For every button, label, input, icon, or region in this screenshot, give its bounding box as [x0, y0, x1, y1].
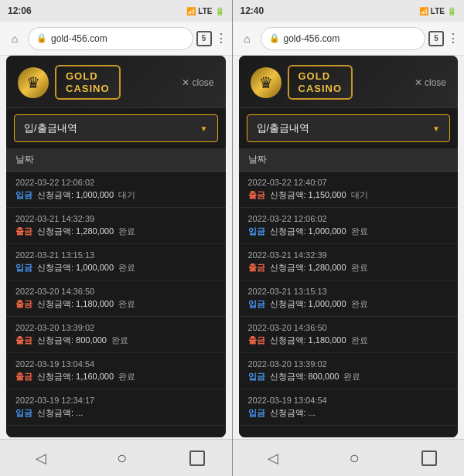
- bottom-navigation: ◁ ○: [0, 439, 232, 476]
- status-bar: 12:40 📶 LTE 🔋: [233, 0, 465, 22]
- casino-logo: ♛ GOLD CASINO: [251, 65, 353, 100]
- transaction-status: 대기: [351, 189, 368, 201]
- casino-name-line2: CASINO: [299, 83, 343, 95]
- transaction-status: 완료: [118, 371, 135, 382]
- transaction-detail: 입금 신청금액: 1,000,000 완료: [15, 262, 217, 274]
- transaction-detail: 출금 신청금액: 1,280,000 완료: [248, 262, 449, 274]
- transaction-amount: 신청금액: 1,150,000: [270, 189, 346, 201]
- transaction-amount: 신청금액: 800,000: [270, 371, 339, 382]
- transaction-amount: 신청금액: 1,180,000: [270, 335, 346, 346]
- transaction-date: 2022-03-21 14:32:39: [248, 250, 449, 260]
- transaction-type-dropdown[interactable]: 입/출금내역 ▼: [14, 114, 218, 142]
- transaction-detail: 출금 신청금액: 1,180,000 완료: [15, 298, 217, 310]
- table-row: 2022-03-20 14:36:50 출금 신청금액: 1,180,000 완…: [239, 317, 459, 353]
- transaction-detail: 입금 신청금액: 1,000,000 대기: [15, 189, 217, 201]
- crown-icon: ♛: [259, 73, 273, 92]
- casino-name-line2: CASINO: [66, 83, 110, 95]
- signal-label: LTE: [431, 7, 445, 15]
- modal-header: ♛ GOLD CASINO ✕ close: [239, 56, 459, 108]
- casino-name-line1: GOLD: [66, 70, 110, 83]
- table-header: 날짜: [6, 148, 226, 172]
- transaction-type: 출금: [248, 335, 265, 346]
- tab-count-badge[interactable]: 5: [196, 31, 212, 46]
- nav-back-button[interactable]: ◁: [259, 444, 287, 472]
- bottom-navigation: ◁ ○: [233, 439, 465, 476]
- transaction-type: 입금: [15, 407, 32, 419]
- transaction-status: 완료: [118, 298, 135, 310]
- transaction-date: 2022-03-20 14:36:50: [15, 287, 217, 296]
- signal-label: LTE: [198, 7, 212, 15]
- browser-bar: ⌂ 🔒 gold-456.com 5 ⋮: [0, 22, 232, 56]
- transaction-amount: 신청금액: 800,000: [37, 335, 107, 346]
- transaction-type: 출금: [248, 262, 265, 274]
- table-row: 2022-03-21 14:32:39 출금 신청금액: 1,280,000 완…: [239, 244, 459, 280]
- table-row: 2022-03-20 13:39:02 출금 신청금액: 800,000 완료: [6, 317, 226, 353]
- transaction-type-dropdown[interactable]: 입/출금내역 ▼: [247, 114, 451, 142]
- browser-menu-button[interactable]: ⋮: [447, 31, 459, 46]
- transaction-status: 완료: [351, 262, 368, 274]
- modal-close-button[interactable]: ✕ close: [415, 77, 446, 88]
- transaction-amount: 신청금액: 1,000,000: [37, 189, 114, 201]
- crown-badge: ♛: [251, 67, 281, 98]
- transaction-status: 완료: [118, 262, 135, 274]
- browser-bar: ⌂ 🔒 gold-456.com 5 ⋮: [233, 22, 465, 56]
- nav-back-button[interactable]: ◁: [27, 444, 55, 472]
- signal-icon: 📶: [186, 7, 196, 15]
- url-bar[interactable]: 🔒 gold-456.com: [28, 27, 193, 50]
- transactions-list: 2022-03-22 12:06:02 입금 신청금액: 1,000,000 대…: [6, 172, 226, 437]
- transaction-amount: 신청금액: ...: [37, 407, 83, 419]
- transaction-type: 입금: [248, 407, 265, 419]
- nav-recents-button[interactable]: [189, 450, 205, 466]
- lock-icon: 🔒: [269, 33, 280, 43]
- transaction-status: 대기: [118, 189, 135, 201]
- home-icon[interactable]: ⌂: [237, 29, 258, 49]
- transaction-detail: 출금 신청금액: 800,000 완료: [15, 335, 217, 346]
- table-header: 날짜: [239, 148, 459, 172]
- transaction-date: 2022-03-20 13:39:02: [248, 359, 449, 369]
- status-time: 12:40: [241, 5, 264, 16]
- tab-count-badge[interactable]: 5: [428, 31, 444, 46]
- phone-panel-left: 12:06 📶 LTE 🔋 ⌂ 🔒 gold-456.com 5 ⋮ ♛ GOL…: [0, 0, 232, 476]
- transaction-amount: 신청금액: 1,280,000: [270, 262, 346, 274]
- transaction-detail: 입금 신청금액: 1,000,000 완료: [248, 226, 449, 237]
- url-bar[interactable]: 🔒 gold-456.com: [261, 27, 426, 50]
- transaction-date: 2022-03-21 13:15:13: [248, 287, 449, 296]
- transaction-amount: 신청금액: 1,000,000: [37, 262, 114, 274]
- casino-modal: ♛ GOLD CASINO ✕ close 입/출금내역 ▼ 날짜 2022-0…: [239, 56, 459, 437]
- transaction-date: 2022-03-20 13:39:02: [15, 323, 217, 332]
- crown-badge: ♛: [18, 67, 49, 98]
- status-icons: 📶 LTE 🔋: [419, 7, 456, 15]
- transaction-date: 2022-03-22 12:06:02: [248, 214, 449, 223]
- phone-panel-right: 12:40 📶 LTE 🔋 ⌂ 🔒 gold-456.com 5 ⋮ ♛ GOL…: [233, 0, 465, 476]
- transaction-amount: 신청금액: ...: [270, 407, 316, 419]
- chevron-down-icon: ▼: [432, 124, 440, 133]
- nav-home-button[interactable]: ○: [340, 444, 368, 472]
- dropdown-section: 입/출금내역 ▼: [6, 108, 226, 148]
- transaction-type: 입금: [15, 189, 32, 201]
- home-icon[interactable]: ⌂: [5, 29, 25, 49]
- transaction-status: 완료: [351, 298, 368, 310]
- transaction-detail: 입금 신청금액: 800,000 완료: [248, 371, 449, 382]
- nav-home-button[interactable]: ○: [108, 444, 136, 472]
- transaction-status: 완료: [343, 371, 360, 382]
- table-row: 2022-03-21 14:32:39 출금 신청금액: 1,280,000 완…: [6, 208, 226, 244]
- transaction-date: 2022-03-19 13:04:54: [15, 359, 217, 369]
- close-label: close: [192, 77, 213, 88]
- transaction-status: 완료: [118, 226, 135, 237]
- transaction-date: 2022-03-21 14:32:39: [15, 214, 217, 223]
- battery-icon: 🔋: [447, 7, 456, 15]
- browser-menu-button[interactable]: ⋮: [215, 31, 227, 46]
- date-column-header: 날짜: [248, 154, 267, 165]
- status-icons: 📶 LTE 🔋: [186, 7, 223, 15]
- nav-recents-button[interactable]: [421, 450, 437, 466]
- transaction-type: 출금: [15, 371, 32, 382]
- transaction-detail: 입금 신청금액: 1,000,000 완료: [248, 298, 449, 310]
- transaction-type: 입금: [15, 262, 32, 274]
- transaction-date: 2022-03-22 12:06:02: [15, 178, 217, 187]
- modal-close-button[interactable]: ✕ close: [182, 77, 213, 88]
- close-label: close: [425, 77, 446, 88]
- url-text: gold-456.com: [284, 33, 340, 44]
- transaction-amount: 신청금액: 1,000,000: [270, 298, 346, 310]
- transaction-date: 2022-03-22 12:40:07: [248, 178, 449, 187]
- transaction-type: 입금: [248, 226, 265, 237]
